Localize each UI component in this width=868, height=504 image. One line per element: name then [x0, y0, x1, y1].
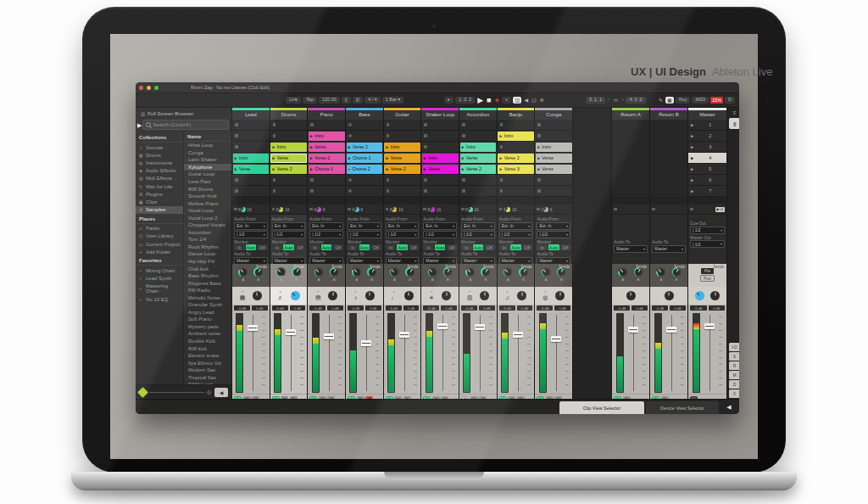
clip-slot[interactable]	[270, 131, 308, 142]
time-signature-field[interactable]: 4 / 4	[364, 97, 381, 104]
clip-slot[interactable]	[346, 186, 383, 197]
clip[interactable]: ▶Intro	[384, 143, 420, 152]
clip-slot[interactable]: ▶Intro	[384, 142, 421, 153]
sidebar-item-plugins[interactable]: ⊞Plugins	[136, 190, 183, 198]
input-channel-chooser[interactable]: | 1/2▾	[423, 231, 457, 238]
scene-row[interactable]: ▶4	[688, 153, 726, 164]
pan-knob[interactable]	[626, 291, 636, 300]
slot-stop-icon[interactable]	[424, 145, 427, 148]
send-a-knob[interactable]	[390, 267, 399, 277]
pan-knob[interactable]	[710, 291, 720, 300]
scene-grid-icon[interactable]: ||||	[729, 118, 739, 129]
scene-play-icon[interactable]: ▶	[691, 167, 693, 171]
search-input[interactable]: Search (Cmd+F)	[142, 120, 229, 130]
scene-play-icon[interactable]: ▶	[691, 189, 693, 193]
slot-stop-icon[interactable]	[273, 189, 276, 193]
send-b-knob[interactable]	[634, 267, 643, 277]
clip-slot[interactable]	[459, 120, 497, 131]
list-item[interactable]: Less Paul	[184, 178, 231, 186]
clip-slot[interactable]: ▶Verse 2	[308, 153, 345, 164]
monitor-auto-button[interactable]: Auto	[510, 244, 521, 250]
track-header[interactable]: Return B	[650, 108, 687, 120]
slot-stop-icon[interactable]	[500, 123, 504, 126]
list-item[interactable]: Soft Piano	[184, 316, 231, 323]
monitor-in-button[interactable]: In	[461, 244, 472, 250]
list-item[interactable]: Fingered Bass	[184, 279, 231, 287]
clip-play-icon[interactable]: ▶	[499, 134, 502, 138]
clip-slot[interactable]: ▶Verse	[459, 153, 497, 164]
clip[interactable]: ▶Verse	[536, 165, 572, 174]
volume-fader[interactable]	[665, 313, 677, 393]
send-a-knob[interactable]	[618, 267, 627, 277]
loop-start-field[interactable]: 3. 1. 1	[586, 97, 605, 104]
scrub-handle-icon[interactable]	[206, 389, 212, 395]
clip[interactable]: ▶Intro	[498, 132, 534, 141]
track-header[interactable]: Drums	[270, 108, 308, 120]
input-channel-chooser[interactable]: | 1/2▾	[309, 231, 343, 238]
list-item[interactable]: Mellow Piano	[184, 199, 231, 207]
list-item[interactable]: FM Radio	[184, 287, 231, 294]
clip-slot[interactable]	[308, 175, 345, 186]
fader-handle[interactable]	[399, 332, 409, 338]
clip[interactable]: ▶Verse	[270, 154, 307, 163]
punch-out-icon[interactable]: ◝	[620, 98, 624, 103]
slot-stop-icon[interactable]	[273, 123, 276, 126]
fader-handle[interactable]	[324, 333, 334, 339]
monitor-auto-button[interactable]: Auto	[246, 244, 257, 250]
mixer-toggle-x[interactable]: X	[729, 389, 739, 398]
list-item[interactable]: Electric snare	[184, 352, 231, 360]
scene-play-icon[interactable]: ▶	[691, 145, 693, 149]
slot-record-icon[interactable]	[348, 178, 352, 182]
sidebar-item-samples[interactable]: ≣Samples	[136, 206, 183, 214]
send-a-knob[interactable]	[314, 267, 324, 277]
draw-mode-icon[interactable]: ✎	[658, 98, 664, 103]
track-header[interactable]: Accordion	[459, 108, 497, 120]
slot-stop-icon[interactable]	[273, 178, 276, 182]
slot-stop-icon[interactable]	[387, 134, 390, 137]
input-type-chooser[interactable]: Ext. In▾	[348, 222, 381, 230]
list-item[interactable]: 808 kick	[184, 344, 231, 352]
clip-slot[interactable]	[384, 175, 421, 186]
speaker-icon[interactable]: ◀	[523, 98, 529, 103]
volume-fader[interactable]	[474, 313, 487, 393]
master-out-chooser[interactable]: | 1/2▾	[690, 240, 725, 248]
clip-slot[interactable]: ▶Intro	[498, 131, 535, 142]
output-chooser[interactable]: Master▾	[652, 245, 686, 253]
clip[interactable]: ▶Verse 3	[498, 165, 534, 174]
sidebar-item-add-folder[interactable]: +Add Folder	[136, 248, 183, 255]
stop-button[interactable]: ■	[486, 97, 492, 104]
slot-stop-icon[interactable]	[310, 123, 314, 126]
list-item[interactable]: 808 Drums	[184, 185, 231, 193]
send-b-knob[interactable]	[330, 267, 339, 277]
clip-slot[interactable]	[384, 186, 421, 197]
send-a-knob[interactable]	[656, 267, 665, 277]
clip[interactable]: ▶Intro	[233, 154, 270, 163]
sidebar-item-mastering-chain[interactable]: ▪Mastering Chain	[136, 283, 183, 295]
clip-slot[interactable]: ▶Verse	[535, 164, 572, 175]
clip-slot[interactable]: ▶Verse	[270, 153, 308, 164]
clip-play-icon[interactable]: ▶	[272, 145, 275, 149]
mixer-toggle-r[interactable]: R	[729, 361, 739, 370]
sidebar-item-instruments[interactable]: ◍Instruments	[136, 159, 183, 166]
session-record-icon[interactable]: ◳	[513, 97, 521, 104]
send-a-knob[interactable]	[504, 267, 513, 277]
clip-slot[interactable]	[498, 175, 535, 186]
clip[interactable]: ▶Verse	[536, 154, 572, 163]
track-header[interactable]: Banjo	[498, 108, 535, 120]
clip-play-icon[interactable]: ▶	[348, 145, 351, 149]
clip-play-icon[interactable]: ▶	[348, 156, 351, 160]
clip[interactable]: ▶Intro	[270, 143, 307, 152]
clip-slot[interactable]: ▶Chorus 1	[308, 164, 345, 175]
clip-play-icon[interactable]: ▶	[235, 156, 237, 160]
scene-row[interactable]: ▶1	[688, 120, 726, 131]
sidebar-item-lead-synth[interactable]: ▪Lead Synth	[136, 275, 183, 283]
track-header[interactable]: Master	[688, 108, 726, 120]
monitor-in-button[interactable]: In	[386, 244, 397, 250]
scene-row[interactable]: ▶5	[688, 164, 726, 175]
clip-play-icon[interactable]: ▶	[537, 145, 540, 149]
volume-fader[interactable]	[512, 313, 525, 393]
clip-slot[interactable]	[384, 120, 421, 131]
sidebar-item-clips[interactable]: ▣Clips	[136, 198, 183, 205]
sidebar-item-packs[interactable]: ▱Packs	[136, 225, 183, 232]
clip-slot[interactable]	[421, 142, 459, 153]
